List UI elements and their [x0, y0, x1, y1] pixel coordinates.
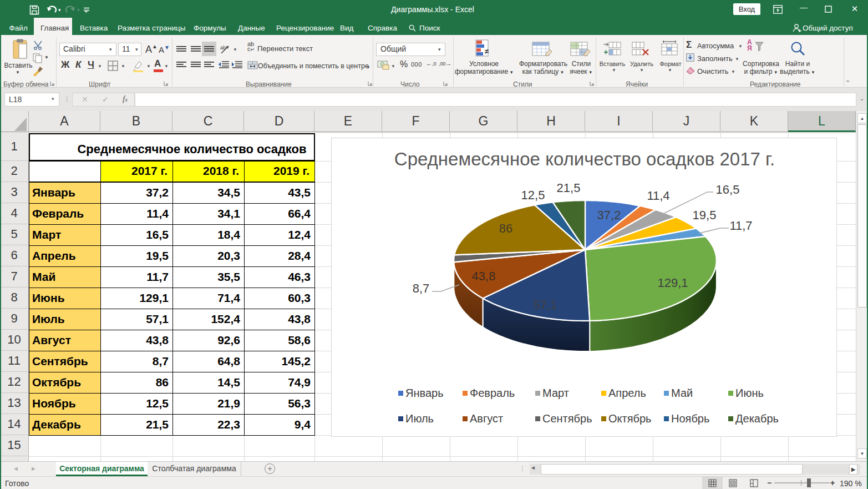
svg-text:≠: ≠: [485, 47, 489, 56]
svg-text:ab: ab: [220, 45, 226, 51]
